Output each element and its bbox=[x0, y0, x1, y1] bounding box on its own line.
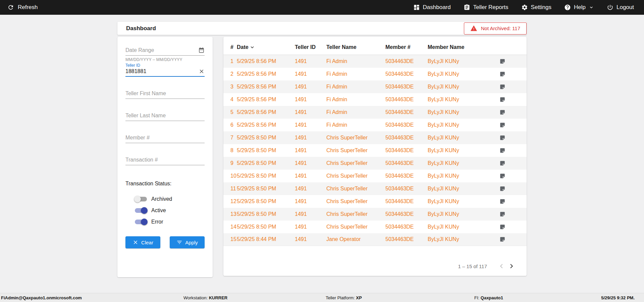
table-row[interactable]: 12 5/29/25 8:50 PM 1491 Chris SuperTelle… bbox=[223, 195, 527, 208]
sort-descending-icon bbox=[249, 44, 255, 50]
refresh-label: Refresh bbox=[18, 4, 38, 11]
gear-icon bbox=[521, 4, 528, 11]
toggle-archived-label: Archived bbox=[151, 196, 172, 202]
cell-date: 5/29/25 8:50 PM bbox=[237, 208, 295, 221]
not-archived-badge[interactable]: Not Archived: 117 bbox=[464, 22, 527, 35]
teller-id-input[interactable] bbox=[125, 68, 199, 74]
col-date[interactable]: Date bbox=[237, 42, 295, 55]
nav-settings[interactable]: Settings bbox=[521, 4, 551, 11]
nav-teller-reports[interactable]: Teller Reports bbox=[464, 4, 508, 11]
archived-toggle-switch[interactable] bbox=[135, 197, 147, 201]
table-row[interactable]: 5 5/29/25 8:56 PM 1491 Fi Admin 5034463D… bbox=[223, 106, 527, 119]
next-page-button[interactable] bbox=[506, 261, 517, 271]
member-number-input[interactable] bbox=[125, 135, 205, 141]
note-icon[interactable] bbox=[499, 147, 527, 154]
note-icon[interactable] bbox=[499, 84, 527, 90]
cell-member-name: ByLyJI KUNy bbox=[428, 131, 493, 144]
note-icon[interactable] bbox=[499, 186, 527, 192]
table-row[interactable]: 15 5/29/25 8:44 PM 1491 Jane Operator 50… bbox=[223, 233, 527, 246]
cell-date: 5/29/25 8:56 PM bbox=[237, 106, 295, 119]
table-row[interactable]: 13 5/29/25 8:50 PM 1491 Chris SuperTelle… bbox=[223, 208, 527, 221]
cell-teller-id: 1491 bbox=[295, 144, 326, 157]
cell-member-name: ByLyJI KUNy bbox=[428, 208, 493, 221]
table-row[interactable]: 3 5/29/25 8:56 PM 1491 Fi Admin 5034463D… bbox=[223, 80, 527, 93]
topbar: Refresh Dashboard Teller Reports Setting… bbox=[0, 0, 644, 15]
cell-date: 5/29/25 8:50 PM bbox=[237, 195, 295, 208]
table-row[interactable]: 7 5/29/25 8:50 PM 1491 Chris SuperTeller… bbox=[223, 131, 527, 144]
statusbar-platform: Teller Platform: XP bbox=[326, 295, 362, 300]
transaction-number-input[interactable] bbox=[125, 157, 205, 163]
apply-button[interactable]: Apply bbox=[170, 236, 205, 248]
table-row[interactable]: 14 5/29/25 8:50 PM 1491 Chris SuperTelle… bbox=[223, 221, 527, 233]
table-row[interactable]: 6 5/29/25 8:56 PM 1491 Fi Admin 5034463D… bbox=[223, 119, 527, 131]
table-row[interactable]: 8 5/29/25 8:50 PM 1491 Chris SuperTeller… bbox=[223, 144, 527, 157]
toggle-thumb bbox=[141, 219, 148, 225]
cell-member-name: ByLyJI KUNy bbox=[428, 144, 493, 157]
error-toggle-switch[interactable] bbox=[135, 220, 147, 224]
table-row[interactable]: 10 5/29/25 8:50 PM 1491 Chris SuperTelle… bbox=[223, 170, 527, 182]
toggle-error[interactable]: Error bbox=[135, 216, 205, 228]
note-icon[interactable] bbox=[499, 122, 527, 128]
toggle-thumb bbox=[134, 196, 141, 202]
col-member-name[interactable]: Member Name bbox=[428, 42, 493, 55]
note-icon[interactable] bbox=[499, 236, 527, 242]
nav-help[interactable]: Help bbox=[564, 4, 594, 11]
cell-member-name: ByLyJI KUNy bbox=[428, 68, 493, 80]
note-icon[interactable] bbox=[499, 109, 527, 115]
note-icon[interactable] bbox=[499, 97, 527, 103]
status-toggles: Archived Active Error bbox=[125, 193, 205, 228]
cell-num: 2 bbox=[223, 68, 237, 80]
note-icon[interactable] bbox=[499, 160, 527, 166]
cell-date: 5/29/25 8:50 PM bbox=[237, 144, 295, 157]
clear-button[interactable]: Clear bbox=[125, 236, 160, 248]
cell-teller-id: 1491 bbox=[295, 119, 326, 131]
cell-num: 10 bbox=[223, 170, 237, 182]
note-icon[interactable] bbox=[499, 173, 527, 179]
workstation-value: KURRER bbox=[209, 295, 228, 300]
toggle-error-label: Error bbox=[151, 219, 163, 225]
col-member-num[interactable]: Member # bbox=[385, 42, 428, 55]
teller-last-name-input[interactable] bbox=[125, 113, 205, 119]
date-range-input[interactable] bbox=[125, 47, 198, 53]
table-row[interactable]: 4 5/29/25 8:56 PM 1491 Fi Admin 5034463D… bbox=[223, 93, 527, 106]
table-row[interactable]: 11 5/29/25 8:50 PM 1491 Chris SuperTelle… bbox=[223, 182, 527, 195]
table-row[interactable]: 1 5/29/25 8:56 PM 1491 Fi Admin 5034463D… bbox=[223, 55, 527, 68]
teller-first-name-input[interactable] bbox=[125, 90, 205, 97]
note-icon[interactable] bbox=[499, 224, 527, 230]
nav-logout[interactable]: Logout bbox=[607, 4, 634, 11]
active-toggle-switch[interactable] bbox=[135, 208, 147, 213]
cell-num: 14 bbox=[223, 221, 237, 233]
statusbar: FiAdmin@Qaxpauto1.onmicrosoft.com Workst… bbox=[0, 293, 644, 302]
col-teller-id[interactable]: Teller ID bbox=[295, 42, 326, 55]
calendar-icon[interactable] bbox=[198, 47, 205, 53]
clear-teller-id-icon[interactable] bbox=[199, 68, 205, 74]
refresh-button[interactable]: Refresh bbox=[7, 4, 38, 11]
cell-num: 4 bbox=[223, 93, 237, 106]
fi-label: FI: bbox=[474, 295, 479, 300]
cell-teller-id: 1491 bbox=[295, 157, 326, 170]
cell-member-name: ByLyJI KUNy bbox=[428, 170, 493, 182]
cell-member-num: 5034463DE bbox=[385, 131, 428, 144]
note-icon[interactable] bbox=[499, 71, 527, 77]
statusbar-workstation: Workstation: KURRER bbox=[183, 295, 227, 300]
cell-teller-name: Jane Operator bbox=[326, 233, 385, 246]
table-row[interactable]: 2 5/29/25 8:56 PM 1491 Fi Admin 5034463D… bbox=[223, 68, 527, 80]
toggle-archived[interactable]: Archived bbox=[135, 193, 205, 205]
table-row[interactable]: 9 5/29/25 8:50 PM 1491 Chris SuperTeller… bbox=[223, 157, 527, 170]
transactions-table: # Date Teller ID bbox=[223, 42, 527, 246]
cell-num: 5 bbox=[223, 106, 237, 119]
nav-settings-label: Settings bbox=[531, 4, 551, 11]
cell-teller-id: 1491 bbox=[295, 55, 326, 68]
cell-member-num: 5034463DE bbox=[385, 68, 428, 80]
toggle-active[interactable]: Active bbox=[135, 205, 205, 216]
note-icon[interactable] bbox=[499, 58, 527, 64]
cell-teller-id: 1491 bbox=[295, 195, 326, 208]
prev-page-button[interactable] bbox=[496, 261, 506, 271]
cell-teller-id: 1491 bbox=[295, 221, 326, 233]
note-icon[interactable] bbox=[499, 198, 527, 204]
note-icon[interactable] bbox=[499, 211, 527, 217]
nav-dashboard[interactable]: Dashboard bbox=[413, 4, 451, 11]
note-icon[interactable] bbox=[499, 135, 527, 141]
col-teller-name[interactable]: Teller Name bbox=[326, 42, 385, 55]
cell-member-num: 5034463DE bbox=[385, 195, 428, 208]
